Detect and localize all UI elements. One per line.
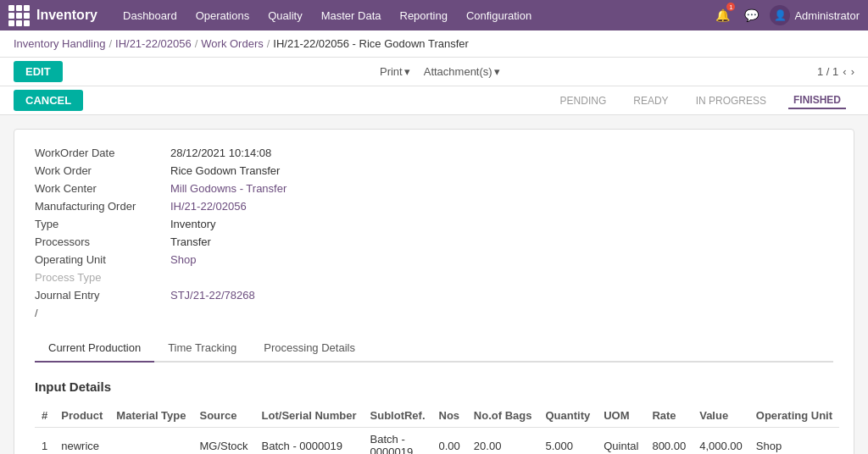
value-manufacturing-order[interactable]: IH/21-22/02056 [170,200,247,213]
cell-nos: 0.00 [432,428,467,455]
value-work-center[interactable]: Mill Godowns - Transfer [170,182,287,195]
cell-value: 4,000.00 [693,428,749,455]
label-manufacturing-order: Manufacturing Order [35,200,170,213]
attachment-label: Attachment(s) [424,65,492,78]
cell-material-type [109,428,192,455]
value-journal-entry[interactable]: STJ/21-22/78268 [170,289,255,302]
field-manufacturing-order: Manufacturing Order IH/21-22/02056 [35,200,833,213]
cancel-button[interactable]: CANCEL [14,90,83,111]
label-type: Type [35,218,170,230]
field-operating-unit: Operating Unit Shop [35,253,833,266]
cell-no-of-bags: 20.00 [467,428,539,455]
label-work-center: Work Center [35,182,170,195]
user-menu[interactable]: 👤 Administrator [770,5,860,25]
top-menu: Dashboard Operations Quality Master Data… [114,6,712,25]
label-journal-entry: Journal Entry [35,289,170,302]
label-process-type: Process Type [35,271,170,284]
app-name: Inventory [36,8,97,23]
table-header: # Product Material Type Source Lot/Seria… [35,404,839,428]
print-label: Print [380,65,403,78]
tab-time-tracking[interactable]: Time Tracking [154,335,250,363]
table-body: 1 newrice MG/Stock Batch - 0000019 Batch… [35,428,839,455]
col-lot-serial: Lot/Serial Number [255,404,364,428]
pager-prev[interactable]: ‹ [843,65,846,78]
menu-configuration[interactable]: Configuration [458,6,540,25]
status-ready[interactable]: READY [628,93,673,108]
col-quantity: Quantity [538,404,597,428]
chat-icon[interactable]: 💬 [741,5,761,25]
menu-reporting[interactable]: Reporting [392,6,456,25]
label-workorder-date: WorkOrder Date [35,147,170,159]
pager-next[interactable]: › [851,65,854,78]
toolbar-row-1: EDIT Print ▾ Attachment(s) ▾ 1 / 1 ‹ › [0,58,868,86]
tab-bar: Current Production Time Tracking Process… [35,335,833,363]
menu-master-data[interactable]: Master Data [313,6,390,25]
topnav-right: 🔔 1 💬 👤 Administrator [712,5,860,25]
value-work-order: Rice Godown Transfer [170,164,280,177]
field-workorder-date: WorkOrder Date 28/12/2021 10:14:08 [35,147,833,159]
col-uom: UOM [597,404,645,428]
pager: 1 / 1 ‹ › [817,65,854,78]
field-processors: Processors Transfer [35,235,833,248]
breadcrumb-sep-2: / [195,37,198,50]
attachment-button[interactable]: Attachment(s) ▾ [424,65,500,78]
menu-operations[interactable]: Operations [187,6,259,25]
form-card: WorkOrder Date 28/12/2021 10:14:08 Work … [14,129,854,454]
cell-sublot-ref: Batch - 0000019 [364,428,432,455]
field-journal-entry: Journal Entry STJ/21-22/78268 [35,289,833,302]
edit-button[interactable]: EDIT [14,61,63,82]
breadcrumb: Inventory Handling / IH/21-22/02056 / Wo… [0,30,868,58]
pager-text: 1 / 1 [817,65,838,78]
grid-icon [8,5,30,26]
toolbar-row-2: CANCEL PENDING READY IN PROGRESS FINISHE… [0,86,868,115]
breadcrumb-work-orders[interactable]: Work Orders [201,37,263,50]
form-fields: WorkOrder Date 28/12/2021 10:14:08 Work … [35,147,833,319]
col-value: Value [693,404,749,428]
cell-quantity: 5.000 [538,428,597,455]
value-workorder-date: 28/12/2021 10:14:08 [170,147,271,159]
table-row[interactable]: 1 newrice MG/Stock Batch - 0000019 Batch… [35,428,839,455]
col-product: Product [54,404,109,428]
breadcrumb-sep-1: / [108,37,112,50]
top-navigation: Inventory Dashboard Operations Quality M… [0,0,868,30]
main-content: WorkOrder Date 28/12/2021 10:14:08 Work … [0,115,868,454]
tab-current-production[interactable]: Current Production [35,335,154,363]
cell-num: 1 [35,428,54,455]
cell-lot-serial: Batch - 0000019 [255,428,364,455]
input-details-table: # Product Material Type Source Lot/Seria… [35,404,839,454]
field-work-center: Work Center Mill Godowns - Transfer [35,182,833,195]
print-dropdown-icon: ▾ [404,65,410,78]
breadcrumb-ih-number[interactable]: IH/21-22/02056 [115,37,192,50]
status-finished[interactable]: FINISHED [788,92,846,109]
status-pending[interactable]: PENDING [555,93,612,108]
cell-uom: Quintal [597,428,645,455]
breadcrumb-current: IH/21-22/02056 - Rice Godown Transfer [273,37,469,50]
col-no-of-bags: No.of Bags [467,404,539,428]
value-operating-unit[interactable]: Shop [170,253,196,266]
badge-count: 1 [726,3,735,11]
col-rate: Rate [645,404,693,428]
value-type: Inventory [170,218,215,230]
tab-processing-details[interactable]: Processing Details [250,335,369,363]
cell-rate: 800.00 [645,428,693,455]
user-avatar: 👤 [770,5,790,25]
label-operating-unit: Operating Unit [35,253,170,266]
col-sublot-ref: SublotRef. [364,404,432,428]
label-work-order: Work Order [35,164,170,177]
col-num: # [35,404,54,428]
col-material-type: Material Type [109,404,192,428]
form-slash: / [35,307,833,319]
user-name: Administrator [794,9,860,22]
print-button[interactable]: Print ▾ [380,65,410,78]
field-work-order: Work Order Rice Godown Transfer [35,164,833,177]
col-operating-unit: Operating Unit [749,404,839,428]
status-in-progress[interactable]: IN PROGRESS [691,93,771,108]
breadcrumb-inventory-handling[interactable]: Inventory Handling [14,37,105,50]
app-logo[interactable]: Inventory [8,5,97,26]
col-nos: Nos [432,404,467,428]
menu-quality[interactable]: Quality [259,6,310,25]
notification-badge[interactable]: 🔔 1 [712,5,732,25]
label-processors: Processors [35,235,170,248]
field-process-type: Process Type [35,271,833,284]
menu-dashboard[interactable]: Dashboard [114,6,186,25]
